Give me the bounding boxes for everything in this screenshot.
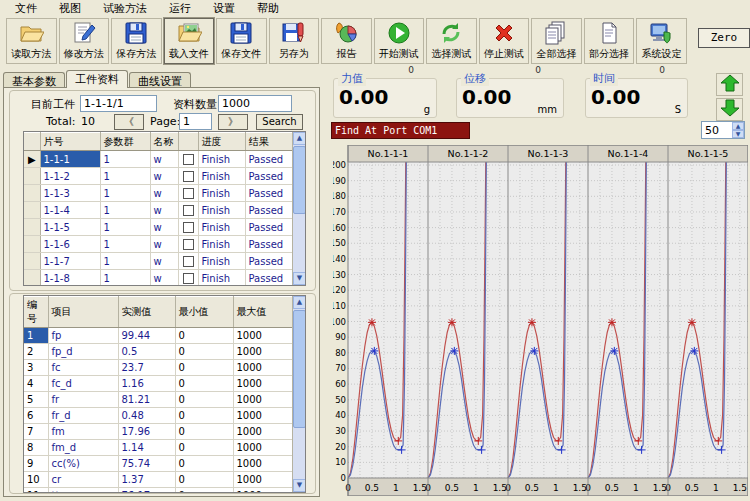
current-piece-input[interactable] xyxy=(80,95,157,112)
data-count-input[interactable] xyxy=(218,95,292,112)
scale-up-button[interactable] xyxy=(716,73,743,96)
pieces-table-row[interactable]: ▶1-1-11wFinishPassed xyxy=(24,151,292,168)
result-no-cell[interactable]: 6 xyxy=(24,408,48,424)
toolbar-button-select-partial[interactable]: 部分选择 xyxy=(584,18,635,64)
progress-checkbox[interactable] xyxy=(183,222,194,233)
piece-id-cell[interactable]: 1-1-2 xyxy=(40,168,100,185)
toolbar-button-read-method[interactable]: 读取方法 xyxy=(6,18,57,64)
tab-curve-settings[interactable]: 曲线设置 xyxy=(129,72,191,88)
spinner-down-icon[interactable]: ▼ xyxy=(732,130,744,138)
result-no-cell[interactable]: 9 xyxy=(24,456,48,472)
menu-item-help[interactable]: 帮助 xyxy=(246,0,290,17)
tab-workpiece-data[interactable]: 工件资料 xyxy=(66,70,128,88)
results-table-row[interactable]: 10cr1.3701000 xyxy=(24,472,292,488)
result-cell: Passed xyxy=(245,151,292,168)
results-table-row[interactable]: 2fp_d0.501000 xyxy=(24,344,292,360)
scale-spinner[interactable]: 50 ▲ ▼ xyxy=(701,121,745,139)
menu-item-run[interactable]: 运行 xyxy=(158,0,202,17)
result-measured-cell: 75.74 xyxy=(118,456,175,472)
page-input[interactable] xyxy=(179,113,212,130)
menu-item-settings[interactable]: 设置 xyxy=(202,0,246,17)
results-table-row[interactable]: 6fr_d0.4801000 xyxy=(24,408,292,424)
pieces-table-row[interactable]: 1-1-71wFinishPassed xyxy=(24,253,292,270)
force-label: 力值 xyxy=(338,71,366,86)
piece-id-cell[interactable]: 1-1-8 xyxy=(40,270,100,287)
pieces-table: 片号参数群名称进度结果▶1-1-11wFinishPassed1-1-21wFi… xyxy=(23,131,306,286)
result-no-cell[interactable]: 8 xyxy=(24,440,48,456)
scale-down-button[interactable] xyxy=(716,98,743,121)
progress-checkbox[interactable] xyxy=(183,154,194,165)
progress-checkbox[interactable] xyxy=(183,205,194,216)
results-table-scrollbar[interactable]: ▲ ▼ xyxy=(292,296,305,492)
progress-checkbox[interactable] xyxy=(183,188,194,199)
result-no-cell[interactable]: 3 xyxy=(24,360,48,376)
svg-text:200: 200 xyxy=(333,160,346,170)
displacement-value: 0.00 xyxy=(462,85,511,109)
results-table-row[interactable]: 4fc_d1.1601000 xyxy=(24,376,292,392)
result-no-cell[interactable]: 1 xyxy=(24,328,48,344)
toolbar-button-stop-test[interactable]: 停止测试 xyxy=(479,18,530,64)
result-no-cell[interactable]: 4 xyxy=(24,376,48,392)
result-no-cell[interactable]: 7 xyxy=(24,424,48,440)
svg-text:160: 160 xyxy=(333,223,346,233)
toolbar-button-start-test[interactable]: 开始测试 xyxy=(374,18,425,64)
pieces-table-row[interactable]: 1-1-41wFinishPassed xyxy=(24,202,292,219)
toolbar-button-system-settings[interactable]: 系统设定 xyxy=(636,18,687,64)
result-no-cell[interactable]: 11 xyxy=(24,488,48,494)
toolbar-button-save-as[interactable]: 另存为 xyxy=(269,18,320,64)
results-table-row[interactable]: 9cc(%)75.7401000 xyxy=(24,456,292,472)
results-table-row[interactable]: 5fr81.2101000 xyxy=(24,392,292,408)
prev-page-button[interactable]: 《 xyxy=(114,114,144,130)
result-no-cell[interactable]: 10 xyxy=(24,472,48,488)
svg-text:180: 180 xyxy=(333,191,346,201)
progress-cell: Finish xyxy=(198,168,245,185)
toolbar-button-select-all[interactable]: 全部选择 xyxy=(531,18,582,64)
toolbar-button-report[interactable]: 报告 xyxy=(321,18,372,64)
svg-text:No.1-1-4: No.1-1-4 xyxy=(608,148,649,159)
menu-item-view[interactable]: 视图 xyxy=(48,0,92,17)
results-table-row[interactable]: 1fp99.4401000 xyxy=(24,328,292,344)
menu-item-file[interactable]: 文件 xyxy=(4,0,48,17)
toolbar-button-save-method[interactable]: 保存方法 xyxy=(111,18,162,64)
pieces-table-row[interactable]: 1-1-21wFinishPassed xyxy=(24,168,292,185)
search-button[interactable]: Search xyxy=(256,114,303,130)
pieces-table-row[interactable]: 1-1-81wFinishPassed xyxy=(24,270,292,287)
result-measured-cell: 81.21 xyxy=(118,392,175,408)
toolbar-button-select-test[interactable]: 选择测试 xyxy=(426,18,477,64)
result-no-cell[interactable]: 2 xyxy=(24,344,48,360)
tab-basic-params[interactable]: 基本参数 xyxy=(3,72,65,88)
pieces-table-scrollbar[interactable]: ▲ ▼ xyxy=(292,132,305,285)
force-readout: 0力值0.00g xyxy=(333,78,437,118)
pieces-table-row[interactable]: 1-1-51wFinishPassed xyxy=(24,219,292,236)
svg-text:1.5: 1.5 xyxy=(733,483,747,493)
progress-checkbox[interactable] xyxy=(183,171,194,182)
progress-checkbox[interactable] xyxy=(183,256,194,267)
pieces-table-row[interactable]: 1-1-31wFinishPassed xyxy=(24,185,292,202)
pieces-table-row[interactable]: 1-1-61wFinishPassed xyxy=(24,236,292,253)
toolbar-button-label: 停止测试 xyxy=(484,47,524,61)
results-table-row[interactable]: 11tt76.1701000 xyxy=(24,488,292,494)
results-table-row[interactable]: 8fm_d1.1401000 xyxy=(24,440,292,456)
svg-text:0: 0 xyxy=(341,473,346,483)
spinner-up-icon[interactable]: ▲ xyxy=(732,122,744,130)
svg-text:50: 50 xyxy=(335,395,346,405)
result-no-cell[interactable]: 5 xyxy=(24,392,48,408)
result-measured-cell: 0.5 xyxy=(118,344,175,360)
results-table-row[interactable]: 7fm17.9601000 xyxy=(24,424,292,440)
green-up-arrow-icon xyxy=(720,74,740,95)
next-page-button[interactable]: 》 xyxy=(218,114,248,130)
menu-item-test-method[interactable]: 试验方法 xyxy=(92,0,158,17)
zero-button[interactable]: Zero xyxy=(698,28,750,48)
toolbar-button-load-file[interactable]: 载入文件 xyxy=(164,18,215,64)
progress-checkbox[interactable] xyxy=(183,273,194,284)
piece-id-cell[interactable]: 1-1-4 xyxy=(40,202,100,219)
piece-id-cell[interactable]: 1-1-7 xyxy=(40,253,100,270)
progress-checkbox[interactable] xyxy=(183,239,194,250)
piece-id-cell[interactable]: 1-1-3 xyxy=(40,185,100,202)
piece-id-cell[interactable]: 1-1-6 xyxy=(40,236,100,253)
piece-id-cell[interactable]: 1-1-1 xyxy=(40,151,100,168)
toolbar-button-save-file[interactable]: 保存文件 xyxy=(216,18,267,64)
piece-id-cell[interactable]: 1-1-5 xyxy=(40,219,100,236)
toolbar-button-modify-method[interactable]: 修改方法 xyxy=(59,18,110,64)
results-table-row[interactable]: 3fc23.701000 xyxy=(24,360,292,376)
